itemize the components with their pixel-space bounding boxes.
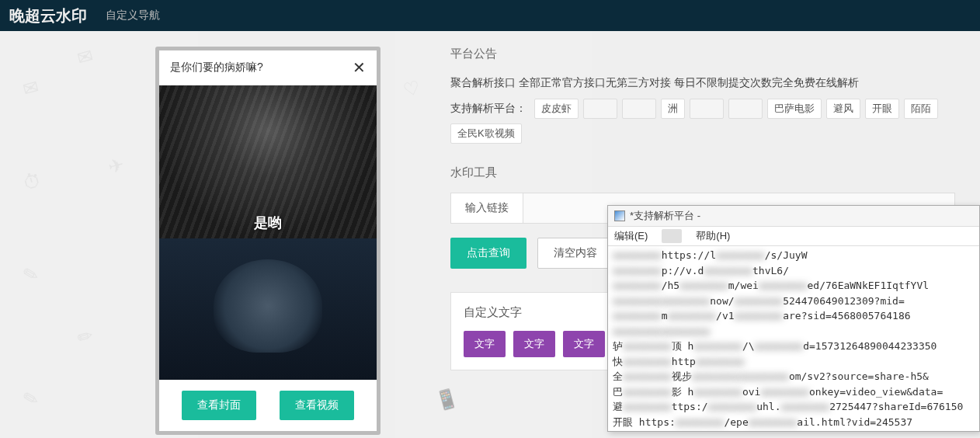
platform-tag[interactable]: [622, 99, 656, 119]
clear-button[interactable]: 清空内容: [537, 238, 613, 269]
platform-tag[interactable]: [690, 99, 724, 119]
video-frame-top: 是哟: [159, 85, 377, 238]
text-button[interactable]: 文字: [563, 331, 605, 357]
close-icon[interactable]: ✕: [353, 60, 366, 75]
notepad-window: *支持解析平台 - 编辑(E) 帮助(H) xxxxxxxxhttps://lx…: [607, 205, 980, 432]
text-button[interactable]: 文字: [513, 331, 555, 357]
platform-tag[interactable]: 全民K歌视频: [450, 123, 522, 144]
notepad-title: *支持解析平台 -: [630, 209, 700, 223]
view-video-button[interactable]: 查看视频: [280, 391, 354, 420]
text-button[interactable]: 文字: [464, 331, 506, 357]
platform-tag[interactable]: 洲: [661, 99, 685, 119]
tool-title: 水印工具: [450, 165, 955, 180]
header-bar: 晚超云水印 自定义导航: [0, 0, 980, 31]
platform-tag[interactable]: 巴萨电影: [767, 99, 822, 119]
modal-title: 是你们要的病娇嘛?: [170, 61, 263, 75]
view-cover-button[interactable]: 查看封面: [182, 391, 256, 420]
modal-header: 是你们要的病娇嘛? ✕: [159, 50, 377, 85]
video-frame-bottom: [159, 238, 377, 380]
notepad-app-icon: [614, 210, 625, 221]
video-caption: 是哟: [254, 214, 282, 232]
link-input-label: 输入链接: [450, 193, 523, 224]
platform-tag[interactable]: [728, 99, 763, 119]
notepad-content[interactable]: xxxxxxxxhttps://lxxxxxxxx/s/JuyWxxxxxxxx…: [608, 246, 979, 431]
query-button[interactable]: 点击查询: [450, 238, 526, 269]
menu-hidden[interactable]: [662, 229, 682, 243]
platform-tag[interactable]: 开眼: [865, 99, 899, 119]
platform-tag[interactable]: [583, 99, 617, 119]
menu-edit[interactable]: 编辑(E): [614, 229, 648, 243]
platform-tag[interactable]: 皮皮虾: [534, 99, 579, 119]
menu-help[interactable]: 帮助(H): [696, 229, 730, 243]
notepad-menubar: 编辑(E) 帮助(H): [608, 227, 979, 246]
platform-row-2: 全民K歌视频: [450, 123, 955, 144]
platforms-label: 支持解析平台：: [450, 102, 526, 116]
platform-tag[interactable]: 陌陌: [904, 99, 938, 119]
preview-modal: 是你们要的病娇嘛? ✕ 是哟 查看封面 查看视频: [155, 47, 381, 435]
app-logo: 晚超云水印: [9, 5, 87, 26]
platform-row-1: 支持解析平台： 皮皮虾 洲 巴萨电影 避风 开眼 陌陌: [450, 99, 955, 119]
nav-custom[interactable]: 自定义导航: [106, 9, 160, 23]
announce-title: 平台公告: [450, 47, 955, 61]
announce-text: 聚合解析接口 全部正常官方接口无第三方对接 每日不限制提交次数完全免费在线解析: [450, 74, 955, 91]
modal-body: 是哟: [159, 85, 377, 380]
modal-footer: 查看封面 查看视频: [159, 380, 377, 431]
platform-tag[interactable]: 避风: [826, 99, 860, 119]
notepad-titlebar[interactable]: *支持解析平台 -: [608, 206, 979, 227]
